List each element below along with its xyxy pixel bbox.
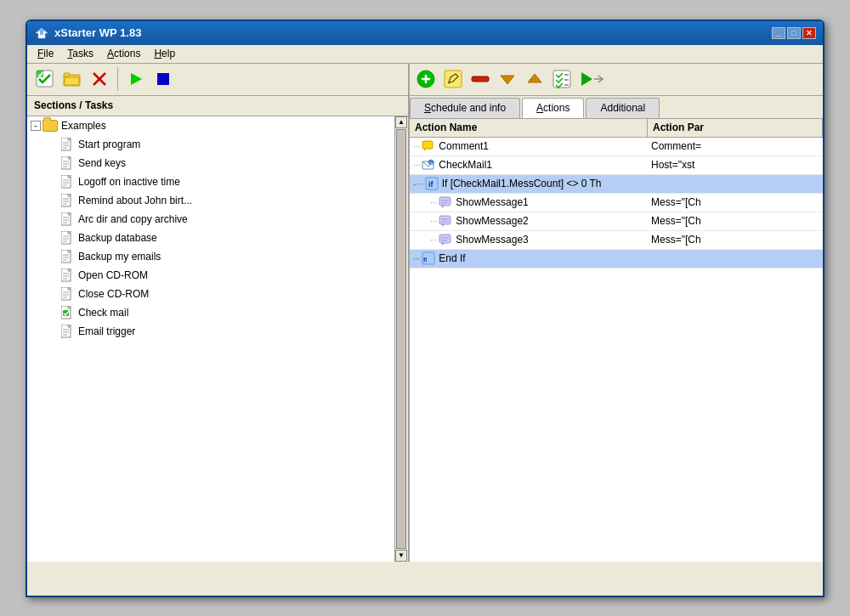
tree-item-send-keys[interactable]: Send keys: [27, 154, 394, 172]
title-bar-controls: _ □ ✕: [772, 27, 816, 39]
if-icon: if: [425, 177, 439, 190]
toolbar-folder-btn[interactable]: [60, 66, 85, 92]
tree-item-start-program[interactable]: Start program: [27, 135, 394, 154]
tree-item-email-trigger[interactable]: Email trigger: [27, 322, 394, 341]
minimize-button[interactable]: _: [772, 27, 785, 39]
svg-marker-84: [442, 243, 445, 246]
move-down-btn[interactable]: [495, 66, 520, 92]
table-row[interactable]: ··· ShowMessage3 Mess: [410, 231, 823, 250]
tree-item-remind[interactable]: Remind about John birt...: [27, 191, 394, 210]
comment-icon: [422, 139, 435, 153]
action-param-cell: Mess="[Ch: [648, 233, 823, 246]
action-name: ShowMessage3: [456, 234, 528, 246]
menu-file[interactable]: File: [31, 46, 60, 61]
table-row[interactable]: ··· @ CheckMail1 Host=: [410, 156, 823, 175]
doc-icon-arc-dir: [60, 212, 75, 227]
svg-rect-79: [439, 216, 450, 224]
tree-label-backup-db: Backup database: [78, 232, 157, 244]
tree-label-check-mail: Check mail: [78, 307, 128, 319]
tab-actions[interactable]: Actions: [522, 98, 584, 118]
toolbar-delete-btn[interactable]: [87, 66, 112, 92]
action-name: ShowMessage1: [456, 196, 528, 208]
tab-additional[interactable]: Additional: [586, 98, 660, 118]
tree-item-arc-dir[interactable]: Arc dir and copy archive: [27, 210, 394, 229]
tree-item-open-cdrom[interactable]: Open CD-ROM: [27, 266, 394, 285]
right-panel: Schedule and info Actions Additional Act…: [410, 64, 823, 562]
tree-label-arc-dir: Arc dir and copy archive: [78, 213, 188, 225]
move-up-btn[interactable]: [522, 66, 547, 92]
tree-item-logoff[interactable]: Logoff on inactive time: [27, 172, 394, 191]
tree-label-start-program: Start program: [78, 138, 140, 150]
title-bar: xStarter WP 1.83 _ □ ✕: [27, 21, 823, 45]
tree-container[interactable]: - Examples Start program: [27, 116, 408, 562]
action-name-cell: ··· fi End If: [410, 251, 648, 266]
sections-tasks-label: Sections / Tasks: [34, 99, 113, 111]
row-dots: ···: [430, 217, 437, 226]
tree-label-open-cdrom: Open CD-ROM: [78, 269, 148, 281]
toolbar-play-btn[interactable]: [123, 66, 149, 92]
toolbar-stop-btn[interactable]: [150, 66, 176, 92]
toolbar-divider: [117, 67, 118, 91]
table-row[interactable]: ··· ShowMessage1 Mess: [410, 194, 823, 212]
svg-marker-61: [528, 74, 541, 82]
action-name: CheckMail1: [439, 159, 492, 171]
left-panel: Sections / Tasks - Examples: [27, 64, 410, 562]
svg-marker-66: [581, 72, 592, 86]
row-dots: ···: [413, 161, 420, 170]
action-name-cell: -··· if If [CheckMail1.MessCount] <> 0 T…: [410, 176, 648, 191]
left-toolbar: [27, 64, 408, 96]
message-icon: [439, 214, 452, 228]
expand-icon-examples[interactable]: -: [31, 121, 41, 131]
action-name-cell: ··· @ CheckMail1: [410, 157, 648, 172]
svg-marker-60: [501, 76, 514, 84]
menu-actions[interactable]: Actions: [100, 46, 147, 61]
scroll-thumb[interactable]: [396, 129, 406, 549]
tab-schedule-info[interactable]: Schedule and info: [410, 98, 520, 118]
tree-item-check-mail[interactable]: Check mail: [27, 303, 394, 322]
scroll-down-btn[interactable]: ▼: [395, 550, 407, 562]
toolbar-run-btn[interactable]: [32, 66, 58, 92]
tab-actions-label: Actions: [536, 102, 570, 114]
table-row[interactable]: ··· Comment1 Comment=: [410, 138, 823, 156]
main-window: xStarter WP 1.83 _ □ ✕ File Tasks Action…: [26, 20, 824, 597]
row-dots: -···: [413, 179, 423, 189]
tab-additional-label: Additional: [600, 102, 645, 114]
svg-rect-59: [472, 76, 489, 82]
table-row-if[interactable]: -··· if If [CheckMail1.MessCount] <> 0 T…: [410, 175, 823, 194]
tree-scrollbar[interactable]: ▲ ▼: [394, 116, 408, 562]
checklist-btn[interactable]: [549, 66, 575, 92]
action-name: If [CheckMail1.MessCount] <> 0 Th: [442, 178, 602, 189]
edit-action-btn[interactable]: [440, 66, 466, 92]
message-icon: [439, 195, 452, 209]
col-header-action-name: Action Name: [410, 119, 648, 137]
close-button[interactable]: ✕: [802, 27, 816, 39]
menu-tasks[interactable]: Tasks: [60, 46, 100, 61]
run-actions-btn[interactable]: [576, 66, 607, 92]
table-row-endif[interactable]: ··· fi End If: [410, 250, 823, 268]
row-dots: ···: [430, 235, 437, 245]
tree-item-backup-db[interactable]: Backup database: [27, 229, 394, 247]
tree-item-close-cdrom[interactable]: Close CD-ROM: [27, 285, 394, 303]
menu-help[interactable]: Help: [147, 46, 182, 61]
table-row[interactable]: ··· ShowMessage2 Mess: [410, 212, 823, 231]
tree-item-backup-emails[interactable]: Backup my emails: [27, 247, 394, 266]
tree-label-email-trigger: Email trigger: [78, 325, 135, 337]
tab-schedule-label: Schedule and info: [424, 102, 506, 114]
action-param-cell: Comment=: [648, 139, 823, 153]
doc-icon-backup-db: [60, 230, 75, 246]
doc-icon-open-cdrom: [60, 268, 75, 283]
add-action-btn[interactable]: [413, 66, 439, 92]
menu-bar: File Tasks Actions Help: [27, 45, 823, 64]
svg-marker-80: [442, 224, 445, 227]
actions-table: Action Name Action Par ···: [410, 119, 823, 562]
action-param-cell: Mess="[Ch: [648, 214, 823, 228]
tree-label-backup-emails: Backup my emails: [78, 251, 161, 263]
remove-action-btn[interactable]: [468, 66, 493, 92]
tree-item-examples[interactable]: - Examples: [27, 116, 394, 135]
maximize-button[interactable]: □: [787, 27, 801, 39]
svg-rect-5: [64, 73, 70, 76]
action-param-cell: Host="xst: [648, 158, 823, 172]
scroll-up-btn[interactable]: ▲: [395, 116, 407, 128]
col-header-action-param: Action Par: [648, 119, 823, 137]
svg-text:fi: fi: [423, 257, 427, 263]
